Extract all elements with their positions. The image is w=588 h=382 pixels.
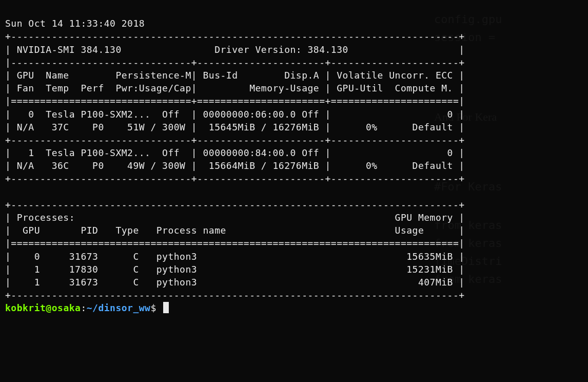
gpu0-row2: | N/A 37C P0 51W / 300W | 15645MiB / 162…: [5, 122, 465, 132]
header-row-2: | Fan Temp Perf Pwr:Usage/Cap| Memory-Us…: [5, 83, 465, 93]
border-section: |-------------------------------+-------…: [5, 57, 465, 68]
spacer: [5, 186, 465, 197]
prompt-path: ~/dinsor_ww: [87, 302, 151, 313]
border-top: +---------------------------------------…: [5, 31, 465, 42]
proc-row-2: | 1 31673 C python3 407MiB |: [5, 277, 465, 288]
version-line: | NVIDIA-SMI 384.130 Driver Version: 384…: [5, 44, 465, 55]
proc-header-2: | GPU PID Type Process name Usage |: [5, 225, 465, 236]
border-mid3: +-------------------------------+-------…: [5, 135, 465, 145]
border-eq3: |===============================+=======…: [5, 96, 465, 106]
shell-prompt[interactable]: kobkrit@osaka:~/dinsor_ww$: [5, 302, 169, 313]
header-row-1: | GPU Name Persistence-M| Bus-Id Disp.A …: [5, 70, 465, 81]
border-bottom: +---------------------------------------…: [5, 290, 465, 300]
timestamp-line: Sun Oct 14 11:33:40 2018: [5, 18, 145, 29]
border-plain: +---------------------------------------…: [5, 199, 465, 210]
prompt-host: osaka: [52, 302, 81, 313]
prompt-at: @: [46, 302, 51, 313]
prompt-colon: :: [81, 302, 86, 313]
gpu1-row1: | 1 Tesla P100-SXM2... Off | 00000000:84…: [5, 147, 465, 158]
border-eq1: |=======================================…: [5, 238, 465, 249]
proc-header-1: | Processes: GPU Memory |: [5, 212, 465, 223]
border-mid3-b: +-------------------------------+-------…: [5, 173, 465, 184]
cursor-icon: [163, 302, 169, 313]
proc-row-1: | 1 17830 C python3 15231MiB |: [5, 264, 465, 275]
prompt-symbol: $: [150, 302, 156, 313]
gpu0-row1: | 0 Tesla P100-SXM2... Off | 00000000:06…: [5, 109, 465, 120]
gpu1-row2: | N/A 36C P0 49W / 300W | 15664MiB / 162…: [5, 160, 465, 171]
prompt-user: kobkrit: [5, 302, 46, 313]
terminal-output[interactable]: Sun Oct 14 11:33:40 2018 +--------------…: [0, 0, 588, 382]
proc-row-0: | 0 31673 C python3 15635MiB |: [5, 251, 465, 262]
